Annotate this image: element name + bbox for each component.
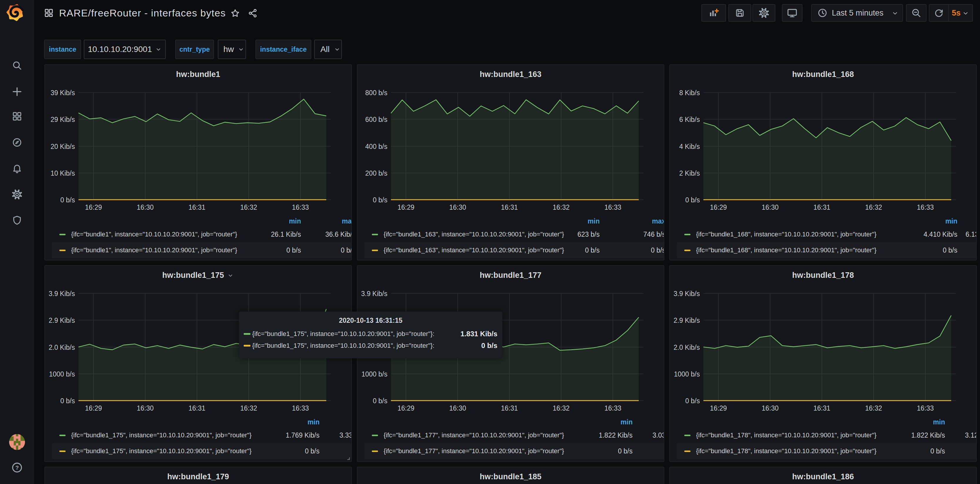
svg-text:16:32: 16:32	[865, 405, 882, 412]
svg-text:16:29: 16:29	[85, 203, 102, 211]
svg-text:3.9 Kib/s: 3.9 Kib/s	[49, 290, 75, 297]
svg-text:16:30: 16:30	[449, 405, 466, 412]
svg-text:16:30: 16:30	[762, 405, 779, 412]
svg-text:39 Kib/s: 39 Kib/s	[51, 89, 75, 97]
svg-text:16:30: 16:30	[137, 203, 154, 211]
svg-text:16:31: 16:31	[501, 203, 518, 211]
svg-text:16:32: 16:32	[240, 203, 257, 211]
svg-text:800 b/s: 800 b/s	[365, 89, 387, 97]
svg-text:0 b/s: 0 b/s	[373, 397, 387, 405]
svg-text:10 Kib/s: 10 Kib/s	[51, 170, 75, 177]
svg-text:16:32: 16:32	[553, 405, 570, 412]
svg-text:16:29: 16:29	[398, 405, 414, 412]
svg-text:2.0 Kib/s: 2.0 Kib/s	[674, 344, 700, 351]
svg-text:2.9 Kib/s: 2.9 Kib/s	[674, 317, 700, 324]
svg-text:2.9 Kib/s: 2.9 Kib/s	[49, 317, 75, 324]
svg-text:6 Kib/s: 6 Kib/s	[679, 116, 700, 123]
svg-text:0 b/s: 0 b/s	[60, 196, 75, 204]
svg-text:16:32: 16:32	[240, 405, 257, 412]
svg-text:400 b/s: 400 b/s	[365, 143, 387, 150]
svg-text:8 Kib/s: 8 Kib/s	[679, 89, 700, 97]
svg-text:20 Kib/s: 20 Kib/s	[51, 143, 75, 150]
svg-text:16:30: 16:30	[762, 203, 779, 211]
svg-text:2.0 Kib/s: 2.0 Kib/s	[49, 344, 75, 351]
svg-text:16:29: 16:29	[85, 405, 102, 412]
svg-text:16:30: 16:30	[449, 203, 466, 211]
svg-text:16:33: 16:33	[917, 203, 934, 211]
svg-text:1000 b/s: 1000 b/s	[49, 370, 75, 378]
svg-text:16:33: 16:33	[605, 203, 621, 211]
svg-text:1000 b/s: 1000 b/s	[361, 370, 387, 378]
svg-text:0 b/s: 0 b/s	[685, 196, 700, 204]
svg-text:0 b/s: 0 b/s	[373, 196, 387, 204]
svg-text:600 b/s: 600 b/s	[365, 116, 387, 123]
svg-text:16:30: 16:30	[137, 405, 154, 412]
svg-text:0 b/s: 0 b/s	[60, 397, 75, 405]
svg-text:1000 b/s: 1000 b/s	[674, 370, 700, 378]
svg-text:16:31: 16:31	[813, 405, 830, 412]
svg-text:4 Kib/s: 4 Kib/s	[679, 143, 700, 150]
svg-text:0 b/s: 0 b/s	[685, 397, 700, 405]
svg-text:16:33: 16:33	[292, 203, 309, 211]
svg-text:16:31: 16:31	[813, 203, 830, 211]
svg-text:16:31: 16:31	[501, 405, 518, 412]
svg-text:16:33: 16:33	[605, 405, 621, 412]
svg-text:200 b/s: 200 b/s	[365, 170, 387, 177]
svg-text:16:31: 16:31	[188, 405, 205, 412]
svg-text:16:32: 16:32	[553, 203, 570, 211]
svg-text:3.9 Kib/s: 3.9 Kib/s	[674, 290, 700, 297]
svg-text:16:31: 16:31	[188, 203, 205, 211]
svg-text:29 Kib/s: 29 Kib/s	[51, 116, 75, 123]
svg-text:3.9 Kib/s: 3.9 Kib/s	[361, 290, 388, 297]
svg-text:2 Kib/s: 2 Kib/s	[679, 170, 700, 177]
svg-text:16:29: 16:29	[398, 203, 414, 211]
svg-text:16:32: 16:32	[865, 203, 882, 211]
svg-text:16:29: 16:29	[710, 203, 727, 211]
svg-text:16:33: 16:33	[292, 405, 309, 412]
svg-text:?: ?	[15, 465, 19, 471]
svg-text:16:29: 16:29	[710, 405, 727, 412]
svg-text:16:33: 16:33	[917, 405, 934, 412]
